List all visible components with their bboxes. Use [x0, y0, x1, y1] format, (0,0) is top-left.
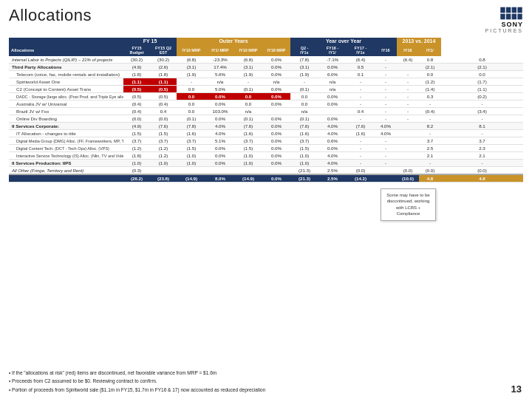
table-row: Third Party Allocations (4.9) (2.6) (3.1…	[9, 64, 523, 71]
num-cell: (0.0)	[397, 167, 419, 175]
num-cell: 5.6%	[206, 71, 234, 78]
num-cell	[177, 167, 206, 175]
fy15-group-header: FY 15	[123, 38, 177, 44]
num-cell: (6.8)	[234, 56, 262, 64]
num-cell: -	[347, 86, 375, 93]
th-iy18-mrp: IY18 MRP	[262, 44, 290, 56]
num-cell: 0.0%	[318, 100, 347, 108]
header-row: Allocations SONY PICTURES	[9, 6, 523, 33]
table-container: FY 15 Outer Years Year over Year 2013 vs…	[9, 38, 523, 366]
num-cell: (1.6)	[290, 130, 318, 137]
th-allocations: Allocations	[9, 44, 123, 56]
row-label: Digital Media Group (DMG) Alloc. (FF, Fr…	[9, 137, 123, 145]
num-cell: (1.9)	[290, 71, 318, 78]
num-cell: -	[375, 56, 397, 64]
num-cell: 2.1	[419, 152, 441, 160]
num-cell: 8.2	[419, 123, 441, 130]
num-cell: (1.1)	[123, 78, 150, 86]
num-cell	[206, 167, 234, 175]
num-cell: -	[347, 100, 375, 108]
num-cell: (2.1)	[441, 64, 523, 71]
num-cell: 0.0%	[262, 145, 290, 152]
num-cell: 0.0%	[206, 115, 234, 123]
num-cell: (1.8)	[123, 71, 150, 78]
num-cell: 2.5%	[318, 174, 347, 183]
num-cell: 2.5%	[318, 167, 347, 175]
num-cell: (4.9)	[123, 64, 150, 71]
num-cell: (0.5)	[150, 93, 177, 100]
num-cell: -	[375, 145, 397, 152]
num-cell: 0.0	[177, 93, 206, 100]
num-cell: (1.8)	[150, 71, 177, 78]
footer-bullets: • If the "allocations at risk" (red) ite…	[9, 369, 523, 395]
num-cell	[262, 108, 290, 115]
num-cell: -	[375, 86, 397, 93]
num-cell: -23.3%	[206, 56, 234, 64]
th-iy10-mrp2: IY10 MRP	[234, 44, 262, 56]
th-iy1-mrp: IY1/ MRP	[206, 44, 234, 56]
th-fy17-iy1s: FY17 -IY1s	[347, 44, 375, 56]
table-body: Internal Labor to Projects (QILIP) ~ 21%…	[9, 56, 523, 183]
num-cell: (1.4)	[419, 86, 441, 93]
bullet-1: • If the "allocations at risk" (red) ite…	[9, 369, 523, 377]
num-cell: 8.0%	[206, 174, 234, 183]
num-cell: 0.0%	[262, 160, 290, 167]
num-cell: (1.6)	[234, 130, 262, 137]
num-cell: -	[441, 160, 523, 167]
num-cell: -	[397, 108, 419, 115]
num-cell: 103.0%	[206, 108, 234, 115]
num-cell: -	[397, 115, 419, 123]
row-label: All Other (Fringe, Territory and Rent)	[9, 167, 123, 175]
num-cell: -	[347, 145, 375, 152]
row-label	[9, 174, 123, 183]
num-cell: 4.0%	[318, 123, 347, 130]
num-cell: (30.2)	[150, 56, 177, 64]
table-row: II Services Corporate: (4.9) (7.6) (7.8)…	[9, 123, 523, 130]
col-header-label	[9, 38, 123, 44]
num-cell: (6.4)	[347, 56, 375, 64]
num-cell: (1.5)	[290, 145, 318, 152]
row-label: DADC - Storage (large alloc. (Post Prod.…	[9, 93, 123, 100]
num-cell: -	[397, 71, 419, 78]
sony-logo-icon	[499, 6, 523, 21]
row-label: Digital Content Tech. (DCT - Tech Ops) A…	[9, 145, 123, 152]
num-cell: 2.3	[441, 145, 523, 152]
yoy-group-header: Year over Year	[290, 38, 397, 44]
tooltip-box: Some may have to be discontinued, workin…	[381, 188, 436, 221]
num-cell: (23.8)	[150, 174, 177, 183]
num-cell: 0.1	[347, 71, 375, 78]
num-cell	[234, 167, 262, 175]
num-cell: 0.0%	[262, 174, 290, 183]
num-cell	[397, 123, 419, 130]
num-cell: (3.7)	[234, 137, 262, 145]
table-row: Digital Media Group (DMG) Alloc. (FF, Fr…	[9, 137, 523, 145]
num-cell: (30.2)	[123, 56, 150, 64]
row-label: II Services Corporate:	[9, 123, 123, 130]
num-cell: 0.4	[150, 108, 177, 115]
num-cell: n/a	[318, 86, 347, 93]
num-cell: -	[375, 108, 397, 115]
num-cell: 17.4%	[206, 64, 234, 71]
num-cell: 4.0%	[318, 152, 347, 160]
num-cell: 0.0	[177, 86, 206, 93]
num-cell	[397, 160, 419, 167]
num-cell: -	[419, 100, 441, 108]
num-cell: 8.1	[441, 123, 523, 130]
num-cell: -	[375, 78, 397, 86]
page-container: Allocations SONY PICTURES FY 15	[0, 0, 532, 399]
num-cell: 0.0%	[206, 145, 234, 152]
num-cell: -	[347, 137, 375, 145]
num-cell: -	[441, 115, 523, 123]
allocations-table: FY 15 Outer Years Year over Year 2013 vs…	[9, 38, 523, 183]
logo: SONY PICTURES	[485, 6, 523, 33]
num-cell: (3.4)	[441, 108, 523, 115]
num-cell: 2.5	[419, 145, 441, 152]
num-cell: n/a	[318, 78, 347, 86]
num-cell: 3.7	[441, 137, 523, 145]
row-label: IT Allocation - changes to title	[9, 130, 123, 137]
bullet-3: • Portion of proceeds from Spiritworld s…	[9, 386, 523, 394]
num-cell: (3.7)	[290, 137, 318, 145]
num-cell: (0.4)	[123, 100, 150, 108]
row-label: Brazil JV w/ Fox	[9, 108, 123, 115]
svg-rect-8	[517, 14, 522, 20]
